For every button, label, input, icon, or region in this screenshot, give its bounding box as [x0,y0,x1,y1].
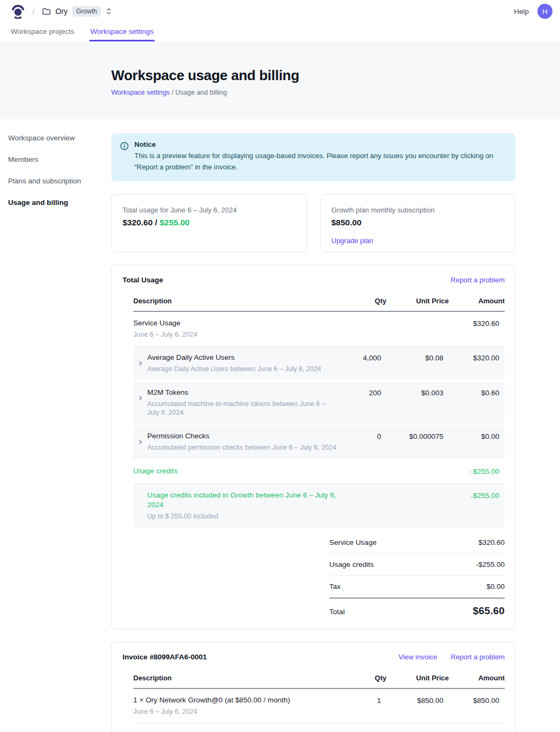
tab-workspace-settings[interactable]: Workspace settings [89,23,155,41]
row-unit-price [385,466,443,467]
view-invoice-link[interactable]: View invoice [399,653,437,661]
col-description: Description [133,297,343,305]
row-unit-price: $850.00 [385,695,443,706]
folder-icon [42,7,51,16]
usage-panel-title: Total Usage [123,276,163,284]
usage-table-header: Description Qty Unit Price Amount [133,292,505,312]
totals-row-tax: Tax $0.00 [329,576,505,599]
row-subtitle: June 6 – July 6, 2024 [133,330,197,339]
report-problem-link[interactable]: Report a problem [451,276,505,284]
row-amount: -$255.00 [448,491,499,501]
plan-badge: Growth [72,6,102,17]
totals-label: Service Usage [329,538,383,546]
topbar: / Ory Growth Help H [0,0,560,23]
col-qty: Qty [348,297,386,305]
notice-banner: Notice This is a preview feature for dis… [111,133,515,181]
row-qty [342,318,381,319]
breadcrumb-separator: / [32,7,34,16]
sidebar-item-members[interactable]: Members [8,155,111,164]
workspace-switcher[interactable]: Ory Growth [42,6,112,17]
settings-sidebar: Workspace overview Members Plans and sub… [0,119,111,732]
col-unit-price: Unit Price [391,674,449,682]
usage-amount: $320.60 [123,218,153,227]
table-row-usage-credits: Usage credits -$255.00 [133,460,505,484]
subscription-label: Growth plan monthly subscription [332,206,505,214]
invoice-panel: Invoice #8099AFA6-0001 View invoice Repo… [111,642,515,732]
totals-amount: -$255.00 [476,560,505,568]
row-amount: $320.00 [448,353,499,363]
row-qty: 4,000 [342,353,381,363]
usage-credit-amount: $255.00 [160,218,190,227]
avatar[interactable]: H [537,4,552,19]
row-qty: 1 [342,695,381,706]
table-row-m2m-tokens: M2M Tokens Accumulated machine-to-machin… [133,381,505,425]
totals-amount: $0.00 [486,582,505,591]
totals-label: Usage credits [329,560,380,568]
col-amount: Amount [453,297,505,305]
breadcrumb: Workspace settings / Usage and billing [111,89,560,96]
chevron-right-icon[interactable] [133,431,147,452]
total-usage-value: $320.60 / $255.00 [123,218,296,228]
sidebar-item-plans-and-subscription[interactable]: Plans and subscription [8,177,111,185]
row-amount: $320.60 [448,318,499,329]
breadcrumb-current: / Usage and billing [170,89,227,96]
workspace-name: Ory [55,7,68,16]
row-title: Permission Checks [147,431,336,441]
subscription-card: Growth plan monthly subscription $850.00… [320,194,516,252]
table-row-permission-checks: Permission Checks Accumulated permission… [133,425,505,460]
row-subtitle: Accumulated permission checks between Ju… [147,443,336,452]
row-unit-price [385,491,443,491]
totals-row-usage-credits: Usage credits -$255.00 [329,554,505,576]
row-amount: $0.60 [448,388,499,398]
row-title: M2M Tokens [147,388,338,397]
totals-label: Tax [329,582,347,591]
chevron-right-icon[interactable] [133,388,147,417]
row-subtitle: Up to $ 255.00 included [147,512,338,521]
row-subtitle: Average Daily Active Users between June … [147,365,321,373]
ory-logo-icon[interactable] [11,4,25,19]
totals-row-service-usage: Service Usage $320.60 [329,532,505,554]
col-unit-price: Unit Price [391,297,449,305]
notice-title: Notice [134,140,507,148]
row-title: Usage credits included in Growth between… [147,491,338,510]
table-row-service-usage: Service Usage June 6 – July 6, 2024 $320… [133,312,505,346]
grand-total-amount: $65.60 [473,605,505,617]
row-unit-price [385,318,443,319]
totals-label: Total [329,608,351,616]
breadcrumb-settings-link[interactable]: Workspace settings [111,89,170,96]
usage-separator: / [153,218,160,227]
invoice-table-header: Description Qty Unit Price Amount [133,669,505,689]
totals-amount: $320.60 [478,538,505,546]
row-unit-price: $0.000075 [385,431,443,442]
row-title: Service Usage [133,318,197,328]
info-icon [120,140,129,173]
chevron-right-icon[interactable] [133,353,147,373]
row-unit-price: $0.08 [385,353,443,363]
invoice-totals: 1 × Ory Network Growth@0 (at $850.00 / m… [329,727,505,732]
col-qty: Qty [348,674,386,682]
report-problem-link[interactable]: Report a problem [451,653,505,661]
row-qty [342,491,381,491]
notice-body: This is a preview feature for displaying… [134,151,507,173]
upgrade-plan-link[interactable]: Upgrade plan [332,237,374,245]
totals-row-total: Total $65.60 [329,599,505,619]
sidebar-item-usage-and-billing[interactable]: Usage and billing [8,198,111,207]
col-description: Description [133,674,343,682]
sidebar-item-workspace-overview[interactable]: Workspace overview [8,134,111,142]
total-usage-card: Total usage for June 6 – July 6, 2024 $3… [111,194,307,252]
row-title: 1 × Ory Network Growth@0 (at $850.00 / m… [133,695,290,705]
chevron-updown-icon [105,8,112,15]
row-qty: 0 [342,431,381,442]
usage-totals: Service Usage $320.60 Usage credits -$25… [329,532,505,619]
totals-row-line-item: 1 × Ory Network Growth@0 (at $850.00 / m… [329,727,505,732]
row-qty: 200 [342,388,381,398]
row-subtitle: Accumulated machine-to-machine tokens be… [147,400,338,417]
tab-workspace-projects[interactable]: Workspace projects [10,23,75,41]
subscription-value: $850.00 [332,218,505,228]
row-qty [342,466,381,467]
total-usage-label: Total usage for June 6 – July 6, 2024 [123,206,296,214]
help-link[interactable]: Help [514,8,529,16]
row-amount: $0.00 [448,431,499,442]
workspace-tabs: Workspace projects Workspace settings [0,23,560,41]
row-amount: $850.00 [448,695,499,706]
